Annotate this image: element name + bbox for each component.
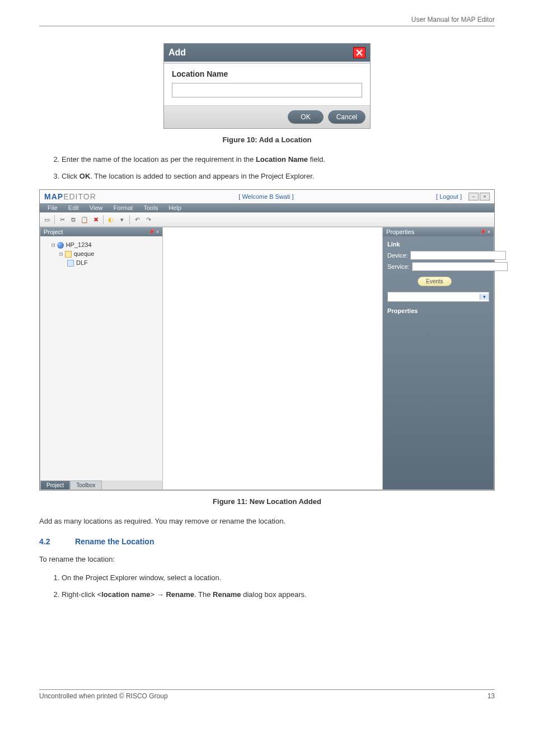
menu-view[interactable]: View bbox=[85, 203, 107, 212]
left-bottom-tabs: Project Toolbox bbox=[40, 480, 162, 489]
link-header: Link bbox=[387, 241, 489, 248]
add-dialog: Add Location Name OK Cancel bbox=[163, 43, 371, 129]
cut-icon[interactable]: ✂ bbox=[57, 214, 67, 225]
menu-tools[interactable]: Tools bbox=[139, 203, 162, 212]
menu-file[interactable]: File bbox=[43, 203, 62, 212]
project-panel-title: Project 📌 × bbox=[40, 227, 162, 236]
properties-body: Link Device: Service: Events ▾ Propertie… bbox=[383, 236, 494, 489]
footer-page-number: 13 bbox=[488, 692, 495, 700]
bulb-icon[interactable]: ◐ bbox=[106, 214, 116, 225]
figure-11-caption: Figure 11: New Location Added bbox=[39, 497, 495, 506]
rename-steps: On the Project Explorer window, select a… bbox=[62, 572, 495, 600]
properties-dropdown[interactable]: ▾ bbox=[387, 292, 489, 302]
close-window-icon[interactable]: × bbox=[480, 193, 490, 200]
window-buttons: – × bbox=[469, 193, 490, 200]
undo-icon[interactable]: ↶ bbox=[132, 214, 142, 225]
page-header: User Manual for MAP Editor bbox=[39, 16, 495, 26]
menu-bar: File Edit View Format Tools Help bbox=[40, 203, 494, 212]
project-panel: Project 📌 × ⊟HP_1234 ⊟queque bbox=[40, 227, 163, 490]
after-figure-text: Add as many locations as required. You m… bbox=[39, 516, 495, 527]
menu-help[interactable]: Help bbox=[164, 203, 186, 212]
menu-format[interactable]: Format bbox=[109, 203, 138, 212]
project-icon bbox=[57, 242, 64, 249]
dialog-title-text: Add bbox=[168, 48, 186, 58]
welcome-text: [ Welcome B Swati ] bbox=[238, 193, 293, 200]
figure-10-caption: Figure 10: Add a Location bbox=[39, 136, 495, 144]
service-row: Service: bbox=[387, 262, 489, 271]
panel-close-icon[interactable]: × bbox=[488, 229, 490, 235]
footer-left: Uncontrolled when printed © RISCO Group bbox=[39, 692, 168, 700]
section-4-2-heading: 4.2 Rename the Location bbox=[39, 537, 495, 546]
tab-toolbox[interactable]: Toolbox bbox=[70, 480, 101, 489]
mapeditor-window: MAPEDITOR [ Welcome B Swati ] [ Logout ]… bbox=[39, 189, 495, 491]
toolbar: ▭ ✂ ⧉ 📋 ✖ ◐ ▾ ↶ ↷ bbox=[40, 212, 494, 227]
chevron-down-icon: ▾ bbox=[480, 294, 489, 300]
pin-icon[interactable]: 📌 bbox=[480, 229, 486, 235]
step-2: Enter the name of the location as per th… bbox=[62, 154, 495, 165]
cancel-button[interactable]: Cancel bbox=[328, 110, 366, 124]
location-icon bbox=[67, 260, 74, 267]
collapse-icon[interactable]: ⊟ bbox=[51, 241, 55, 249]
collapse-icon[interactable]: ⊟ bbox=[59, 250, 63, 258]
top-right-controls: [ Logout ] – × bbox=[436, 193, 490, 200]
tab-project[interactable]: Project bbox=[40, 480, 70, 489]
tree-root[interactable]: ⊟HP_1234 ⊟queque DLF bbox=[51, 241, 159, 267]
tree-child-dlf[interactable]: DLF bbox=[67, 259, 159, 267]
events-button[interactable]: Events bbox=[418, 277, 452, 286]
minimize-icon[interactable]: – bbox=[469, 193, 479, 200]
dialog-button-row: OK Cancel bbox=[164, 105, 370, 128]
location-name-input[interactable] bbox=[172, 83, 362, 97]
dialog-body: Location Name bbox=[164, 64, 370, 105]
rename-intro: To rename the location: bbox=[39, 554, 495, 565]
rename-step-2: Right-click <location name> → Rename. Th… bbox=[62, 589, 495, 600]
canvas-area[interactable] bbox=[163, 227, 382, 489]
device-input[interactable] bbox=[410, 251, 506, 260]
properties-panel: Properties 📌 × Link Device: Service: Eve… bbox=[382, 227, 494, 490]
location-name-label: Location Name bbox=[172, 69, 362, 78]
close-icon[interactable] bbox=[353, 47, 366, 58]
app-topbar: MAPEDITOR [ Welcome B Swati ] [ Logout ]… bbox=[40, 190, 494, 203]
rename-step-1: On the Project Explorer window, select a… bbox=[62, 572, 495, 584]
dialog-titlebar: Add bbox=[164, 44, 370, 62]
folder-icon bbox=[65, 251, 72, 258]
new-icon[interactable]: ▭ bbox=[42, 214, 52, 225]
page-footer: Uncontrolled when printed © RISCO Group … bbox=[39, 689, 495, 700]
panel-close-icon[interactable]: × bbox=[156, 229, 159, 235]
redo-icon[interactable]: ↷ bbox=[143, 214, 153, 225]
properties-panel-title: Properties 📌 × bbox=[383, 227, 494, 236]
project-tree[interactable]: ⊟HP_1234 ⊟queque DLF bbox=[40, 236, 162, 480]
paste-icon[interactable]: 📋 bbox=[79, 214, 90, 225]
dropdown-icon[interactable]: ▾ bbox=[117, 214, 127, 225]
step-3: Click OK. The location is added to secti… bbox=[62, 171, 495, 182]
service-input[interactable] bbox=[412, 262, 508, 271]
logout-link[interactable]: [ Logout ] bbox=[436, 193, 462, 200]
app-logo: MAPEDITOR bbox=[44, 192, 96, 201]
steps-list-1: Enter the name of the location as per th… bbox=[62, 154, 495, 181]
pin-icon[interactable]: 📌 bbox=[148, 229, 154, 235]
copy-icon[interactable]: ⧉ bbox=[68, 214, 78, 225]
device-row: Device: bbox=[387, 251, 489, 260]
ok-button[interactable]: OK bbox=[288, 110, 324, 124]
properties-subheader: Properties bbox=[387, 307, 489, 314]
menu-edit[interactable]: Edit bbox=[64, 203, 83, 212]
canvas-panel bbox=[163, 227, 382, 490]
app-body: Project 📌 × ⊟HP_1234 ⊟queque bbox=[40, 227, 494, 490]
tree-child-queque[interactable]: ⊟queque DLF bbox=[59, 250, 159, 267]
delete-icon[interactable]: ✖ bbox=[91, 214, 101, 225]
doc-title: User Manual for MAP Editor bbox=[411, 16, 495, 24]
